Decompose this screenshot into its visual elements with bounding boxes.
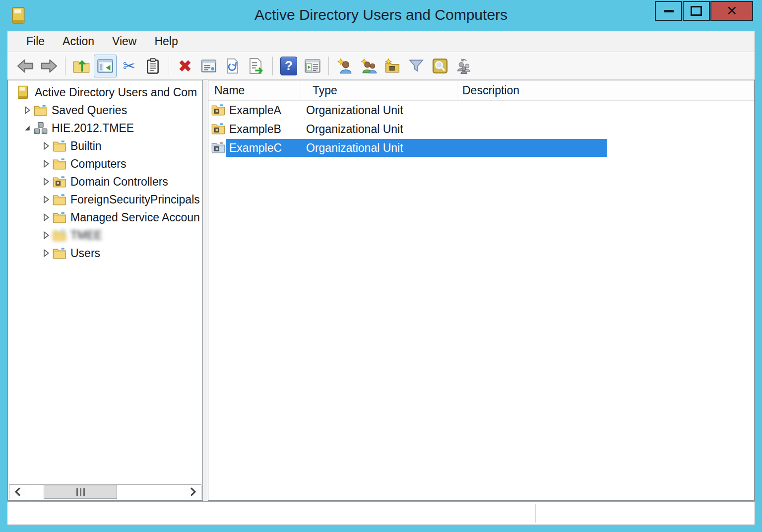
scroll-right-button[interactable] bbox=[185, 485, 201, 499]
maximize-icon bbox=[691, 6, 702, 16]
scrollbar-thumb[interactable] bbox=[44, 485, 117, 499]
chevron-left-icon bbox=[14, 487, 21, 496]
organizational-unit-icon bbox=[211, 141, 225, 154]
menu-item-file[interactable]: File bbox=[17, 35, 54, 48]
scroll-left-button[interactable] bbox=[9, 485, 26, 499]
tree-expander-collapsed-icon[interactable] bbox=[40, 231, 53, 239]
tree-expander-collapsed-icon[interactable] bbox=[40, 160, 53, 168]
find-button[interactable] bbox=[429, 55, 451, 77]
column-header-filler bbox=[607, 80, 754, 100]
folder-icon bbox=[34, 104, 49, 117]
delete-button[interactable]: ✖ bbox=[174, 55, 196, 77]
close-button[interactable]: ✕ bbox=[710, 1, 753, 21]
forward-icon bbox=[40, 59, 58, 73]
change-domain-button[interactable] bbox=[452, 55, 475, 77]
delete-icon: ✖ bbox=[178, 58, 192, 74]
list-item-name: ExampleA bbox=[229, 104, 306, 117]
folder-icon bbox=[53, 211, 67, 224]
main-area: Active Directory Users and ComSaved Quer… bbox=[7, 80, 755, 501]
tree-expander-collapsed-icon[interactable] bbox=[40, 196, 53, 203]
tree-item-hie-2012-tmee[interactable]: HIE.2012.TMEE bbox=[9, 119, 201, 137]
scrollbar-grip-icon bbox=[76, 488, 85, 496]
toolbar-separator bbox=[272, 57, 273, 75]
tree-item-users[interactable]: Users bbox=[9, 244, 201, 262]
column-header-description[interactable]: Description bbox=[457, 80, 607, 100]
show-console-tree-button[interactable] bbox=[94, 55, 117, 77]
window-controls: ✕ bbox=[654, 1, 753, 21]
tree-item-label: Managed Service Accoun bbox=[70, 211, 200, 224]
new-user-button[interactable] bbox=[333, 55, 356, 77]
cut-button[interactable]: ✂ bbox=[118, 55, 140, 77]
list-item-type: Organizational Unit bbox=[306, 123, 455, 136]
properties-button[interactable] bbox=[197, 55, 220, 77]
help-topics-button[interactable] bbox=[301, 55, 324, 77]
list-item-name: ExampleC bbox=[229, 141, 306, 155]
tree-expander-collapsed-icon[interactable] bbox=[40, 213, 53, 221]
tree-horizontal-scrollbar[interactable] bbox=[9, 484, 201, 499]
organizational-unit-icon bbox=[211, 123, 225, 135]
column-header-type[interactable]: Type bbox=[301, 80, 457, 100]
title-bar: Active Directory Users and Computers ✕ bbox=[0, 0, 762, 31]
chevron-right-icon bbox=[190, 487, 196, 496]
menu-item-action[interactable]: Action bbox=[54, 35, 103, 48]
export-list-icon bbox=[248, 58, 265, 74]
list-body: ExampleAOrganizational UnitExampleBOrgan… bbox=[208, 101, 754, 157]
tree-item-saved-queries[interactable]: Saved Queries bbox=[9, 101, 201, 119]
new-user-icon bbox=[337, 58, 353, 74]
paste-icon bbox=[145, 58, 160, 74]
new-group-button[interactable] bbox=[357, 55, 380, 77]
back-button[interactable] bbox=[14, 55, 37, 77]
maximize-button[interactable] bbox=[683, 1, 710, 21]
list-item-exampleb[interactable]: ExampleBOrganizational Unit bbox=[208, 120, 754, 138]
tree-item-label: Users bbox=[70, 247, 100, 260]
scrollbar-track[interactable] bbox=[26, 485, 185, 499]
list-item-examplec[interactable]: ExampleCOrganizational Unit bbox=[208, 138, 754, 157]
tree-expander-expanded-icon[interactable] bbox=[21, 124, 34, 132]
ou-folder-icon bbox=[53, 175, 67, 188]
export-list-button[interactable] bbox=[245, 55, 268, 77]
tree-item-domain-controllers[interactable]: Domain Controllers bbox=[9, 173, 201, 191]
cut-icon: ✂ bbox=[123, 59, 135, 73]
pane-splitter[interactable] bbox=[203, 80, 208, 501]
aduc-window: Active Directory Users and Computers ✕ F… bbox=[0, 0, 762, 532]
tree-item-tmee[interactable]: TMEE bbox=[9, 226, 201, 244]
filter-button[interactable] bbox=[405, 55, 428, 77]
help-button[interactable]: ? bbox=[277, 55, 300, 77]
console-tree: Active Directory Users and ComSaved Quer… bbox=[9, 81, 201, 482]
properties-icon bbox=[200, 58, 217, 74]
tree-item-builtin[interactable]: Builtin bbox=[9, 137, 201, 155]
tree-expander-collapsed-icon[interactable] bbox=[21, 106, 34, 114]
folder-icon bbox=[53, 157, 67, 170]
window-body: FileActionViewHelp ✂✖? Active Directory … bbox=[7, 31, 755, 525]
tree-expander-collapsed-icon[interactable] bbox=[40, 249, 53, 257]
refresh-button[interactable] bbox=[221, 55, 244, 77]
tree-item-active-directory-users-and-com[interactable]: Active Directory Users and Com bbox=[9, 83, 201, 101]
folder-icon bbox=[53, 229, 67, 242]
close-icon: ✕ bbox=[726, 4, 738, 18]
paste-button[interactable] bbox=[141, 55, 164, 77]
status-separator bbox=[663, 504, 663, 523]
new-ou-button[interactable] bbox=[381, 55, 404, 77]
organizational-unit-icon bbox=[211, 104, 225, 117]
tree-expander-collapsed-icon[interactable] bbox=[40, 178, 53, 186]
tree-item-label: Active Directory Users and Com bbox=[35, 86, 197, 99]
list-column-headers: NameTypeDescription bbox=[208, 80, 754, 101]
menu-item-view[interactable]: View bbox=[103, 35, 145, 48]
tree-item-computers[interactable]: Computers bbox=[9, 155, 201, 173]
toolbar-separator bbox=[169, 57, 169, 75]
status-bar bbox=[7, 501, 755, 525]
status-separator bbox=[535, 504, 536, 523]
tree-item-foreignsecurityprincipals[interactable]: ForeignSecurityPrincipals bbox=[9, 191, 201, 208]
console-icon bbox=[17, 86, 32, 99]
tree-item-label: HIE.2012.TMEE bbox=[52, 122, 134, 135]
toolbar-separator bbox=[328, 57, 329, 75]
tree-item-managed-service-accoun[interactable]: Managed Service Accoun bbox=[9, 208, 201, 226]
menu-item-help[interactable]: Help bbox=[145, 35, 187, 48]
minimize-button[interactable] bbox=[655, 1, 682, 21]
up-one-level-button[interactable] bbox=[70, 55, 93, 77]
list-item-examplea[interactable]: ExampleAOrganizational Unit bbox=[208, 101, 754, 120]
tree-expander-collapsed-icon[interactable] bbox=[40, 142, 53, 150]
folder-icon bbox=[53, 193, 67, 206]
forward-button[interactable] bbox=[38, 55, 61, 77]
column-header-name[interactable]: Name bbox=[208, 80, 301, 100]
